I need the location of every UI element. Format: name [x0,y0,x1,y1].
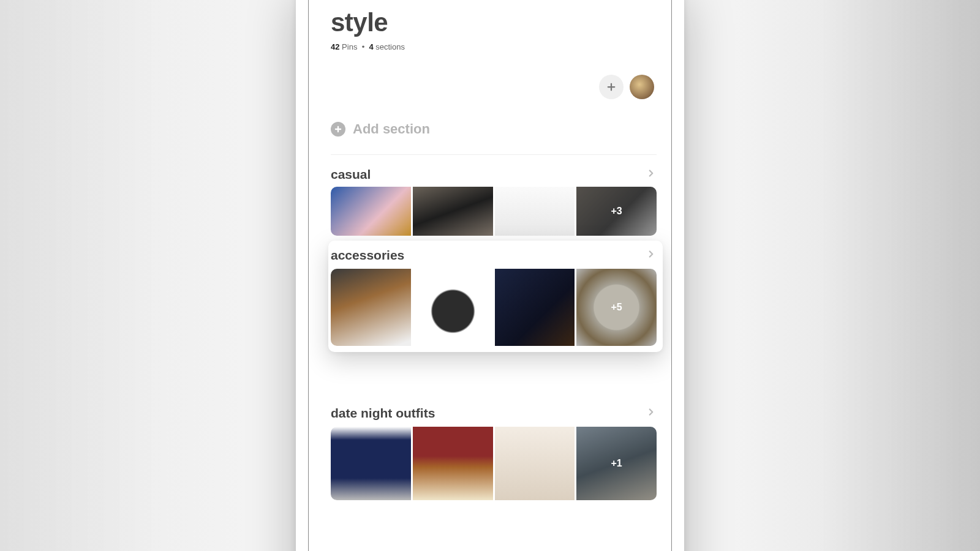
section-accessories[interactable]: accessories +5 [328,241,663,352]
thumbnail-overflow[interactable]: +5 [576,269,657,346]
thumbnail-overflow[interactable]: +1 [576,427,657,500]
section-thumbnails-date-night: +1 [331,427,657,500]
overflow-count: +5 [576,269,657,346]
chevron-right-icon [646,168,657,181]
section-casual: casual +3 [331,160,657,236]
owner-avatar[interactable] [630,75,654,99]
section-header-accessories[interactable]: accessories [331,241,657,269]
section-title: accessories [331,248,404,263]
thumbnail[interactable] [331,427,411,500]
plus-icon [606,81,617,92]
thumbnail[interactable] [495,187,575,236]
plus-circle-icon [331,122,345,137]
meta-separator: • [362,42,365,51]
add-collaborator-button[interactable] [599,75,624,99]
add-section-button[interactable]: Add section [331,121,657,155]
thumbnail[interactable] [413,427,493,500]
thumbnail-overflow[interactable]: +3 [576,187,657,236]
section-title: date night outfits [331,406,435,421]
overflow-count: +1 [576,427,657,500]
thumbnail[interactable] [495,427,575,500]
thumbnail[interactable] [331,269,411,346]
section-thumbnails-casual: +3 [331,187,657,236]
section-header-casual[interactable]: casual [331,160,657,187]
thumbnail[interactable] [495,269,575,346]
thumbnail[interactable] [413,269,493,346]
pin-label: Pins [342,42,357,51]
overflow-count: +3 [576,187,657,236]
section-header-date-night[interactable]: date night outfits [331,395,657,427]
section-label: sections [375,42,405,51]
add-section-label: Add section [353,121,430,137]
device-screen: style 42 Pins • 4 sections Add section [308,0,672,551]
thumbnail[interactable] [413,187,493,236]
section-date-night-outfits: date night outfits +1 [331,395,657,500]
board-title: style [331,8,657,37]
background-shadow-left [0,0,159,551]
section-thumbnails-accessories: +5 [331,269,657,346]
board-screen: style 42 Pins • 4 sections Add section [309,0,671,551]
section-count: 4 [369,42,373,51]
background-shadow-right [821,0,980,551]
pin-count: 42 [331,42,339,51]
thumbnail[interactable] [331,187,411,236]
chevron-right-icon [646,407,657,420]
board-meta: 42 Pins • 4 sections [331,42,657,51]
chevron-right-icon [646,249,657,262]
section-title: casual [331,167,371,182]
board-action-row [331,75,657,99]
device-frame: style 42 Pins • 4 sections Add section [296,0,684,551]
